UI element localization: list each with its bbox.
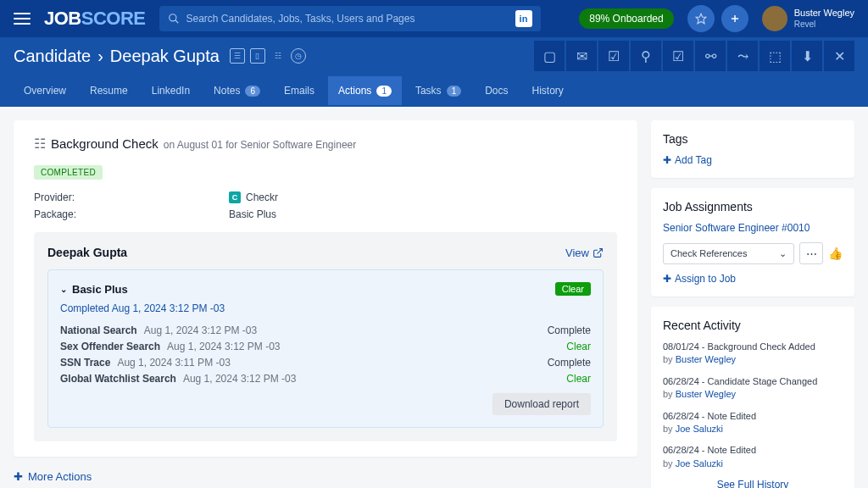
close-button[interactable]: ✕ [824, 41, 854, 71]
page-header: Candidate › Deepak Gupta ☰ ▯ ☷ ◷ ▢ ✉ ☑ ⚲… [0, 37, 868, 75]
provider-label: Provider: [34, 191, 229, 203]
list-icon[interactable]: ☷ [270, 48, 286, 64]
view-link[interactable]: View [565, 247, 604, 259]
topbar: JOBSCORE in 89% Onboarded Buster Wegley … [0, 0, 868, 37]
tab-emails[interactable]: Emails [274, 76, 325, 105]
task-button[interactable]: ☑ [598, 41, 629, 71]
checklist-icon: ☷ [34, 136, 46, 152]
user-name: Buster Wegley [794, 8, 854, 19]
tab-tasks[interactable]: Tasks1 [405, 76, 471, 105]
pkg-name: Basic Plus [72, 283, 128, 296]
linkedin-icon[interactable]: in [515, 10, 532, 27]
activity-title: Recent Activity [663, 319, 843, 332]
clear-badge: Clear [555, 282, 591, 296]
avatar [762, 6, 787, 31]
search-bar[interactable]: in [159, 6, 541, 31]
package-label: Package: [34, 208, 229, 220]
plus-icon: ✚ [663, 273, 671, 285]
tab-docs[interactable]: Docs [475, 76, 518, 105]
tab-overview[interactable]: Overview [14, 76, 76, 105]
candidate-name: Deepak Gupta [110, 47, 220, 66]
chevron-right-icon: › [97, 47, 103, 66]
card-subtitle: on August 01 for Senior Software Enginee… [164, 139, 356, 151]
activity-item: 08/01/24 - Background Check Addedby Bust… [663, 341, 843, 367]
job-more-button[interactable]: ⋯ [799, 242, 823, 264]
tab-resume[interactable]: Resume [80, 76, 138, 105]
plus-icon: ✚ [14, 470, 23, 483]
tabs: OverviewResumeLinkedInNotes6EmailsAction… [0, 75, 868, 107]
tags-card: Tags ✚Add Tag [651, 120, 854, 178]
tab-history[interactable]: History [522, 76, 574, 105]
user-company: Revel [794, 19, 854, 30]
share-button[interactable]: ⤳ [727, 41, 758, 71]
download-button[interactable]: ⬇ [792, 41, 822, 71]
status-badge: COMPLETED [34, 165, 103, 180]
package-value: Basic Plus [229, 208, 276, 220]
svg-point-0 [169, 14, 175, 21]
assign-job-link[interactable]: ✚Assign to Job [663, 273, 843, 285]
menu-icon[interactable] [14, 13, 31, 25]
email-button[interactable]: ✉ [566, 41, 597, 71]
lock-button[interactable]: ⬚ [760, 41, 790, 71]
bg-check-card: ☷ Background Check on August 01 for Seni… [14, 120, 637, 457]
people-button[interactable]: ⚲ [631, 41, 661, 71]
breadcrumb-root[interactable]: Candidate [14, 47, 91, 66]
check-row: SSN TraceAug 1, 2024 3:11 PM -03Complete [60, 357, 591, 369]
jobs-title: Job Assignments [663, 200, 843, 214]
top-icons [687, 5, 748, 32]
external-icon [593, 247, 604, 258]
breadcrumb: Candidate › Deepak Gupta ☰ ▯ ☷ ◷ [14, 47, 306, 66]
onboard-badge[interactable]: 89% Onboarded [579, 8, 673, 29]
link-button[interactable]: ⚯ [695, 41, 726, 71]
tags-title: Tags [663, 132, 843, 146]
result-name: Deepak Gupta [47, 246, 127, 259]
more-actions-link[interactable]: ✚ More Actions [14, 470, 637, 483]
stage-select[interactable]: Check References⌄ [663, 243, 794, 264]
add-tag-link[interactable]: ✚Add Tag [663, 154, 843, 166]
check-button[interactable]: ☑ [663, 41, 693, 71]
check-row: Global Watchlist SearchAug 1, 2024 3:12 … [60, 373, 591, 385]
chevron-down-icon[interactable]: ⌄ [60, 285, 67, 294]
download-report-button[interactable]: Download report [492, 393, 591, 415]
search-input[interactable] [186, 13, 509, 25]
header-actions: ▢ ✉ ☑ ⚲ ☑ ⚯ ⤳ ⬚ ⬇ ✕ [534, 41, 854, 71]
search-icon [168, 13, 180, 25]
tab-notes[interactable]: Notes6 [203, 76, 270, 105]
provider-value: Checkr [246, 191, 278, 203]
user-menu[interactable]: Buster Wegley Revel [762, 6, 854, 31]
pin-button[interactable] [687, 5, 715, 32]
resume-icon[interactable]: ☰ [230, 48, 245, 64]
activity-card: Recent Activity 08/01/24 - Background Ch… [651, 307, 854, 488]
tab-actions[interactable]: Actions1 [328, 76, 402, 105]
result-box: Deepak Gupta View ⌄Basic Plus Clear Comp… [34, 232, 617, 441]
jobs-card: Job Assignments Senior Software Engineer… [651, 188, 854, 297]
activity-item: 06/28/24 - Note Editedby Joe Saluzki [663, 444, 843, 470]
check-row: National SearchAug 1, 2024 3:12 PM -03Co… [60, 324, 591, 336]
clock-icon[interactable]: ◷ [291, 48, 306, 64]
note-button[interactable]: ▢ [534, 41, 565, 71]
completed-text: Completed Aug 1, 2024 3:12 PM -03 [60, 302, 591, 314]
checkr-icon: C [229, 191, 241, 203]
plus-icon: ✚ [663, 154, 671, 166]
add-button[interactable] [721, 5, 748, 32]
tab-linkedin[interactable]: LinkedIn [142, 76, 200, 105]
thumbs-up-icon[interactable]: 👍 [828, 247, 843, 260]
full-history-link[interactable]: See Full History [663, 479, 843, 488]
package-detail: ⌄Basic Plus Clear Completed Aug 1, 2024 … [47, 269, 604, 428]
card-title: Background Check [51, 136, 159, 151]
activity-item: 06/28/24 - Note Editedby Joe Saluzki [663, 410, 843, 436]
chevron-down-icon: ⌄ [779, 248, 787, 259]
logo[interactable]: JOBSCORE [44, 8, 146, 30]
stats-icon[interactable]: ▯ [250, 48, 265, 64]
job-link[interactable]: Senior Software Engineer #0010 [663, 222, 843, 234]
check-row: Sex Offender SearchAug 1, 2024 3:12 PM -… [60, 341, 591, 352]
activity-item: 06/28/24 - Candidate Stage Changedby Bus… [663, 375, 843, 402]
